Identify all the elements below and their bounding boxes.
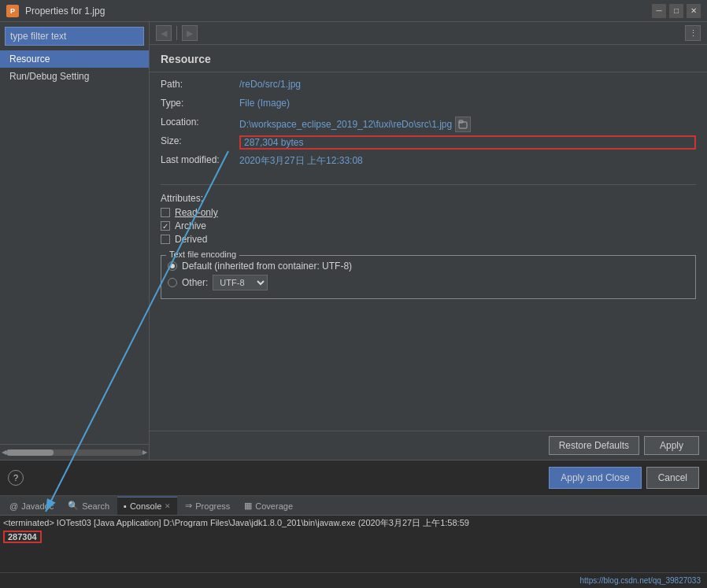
encoding-legend: Text file encoding xyxy=(166,250,239,259)
type-label: Type: xyxy=(161,98,239,109)
console-content: <terminated> IOTest03 [Java Application]… xyxy=(0,516,707,572)
archive-label: Archive xyxy=(175,220,206,231)
encoding-dropdown: UTF-8 UTF-16 ISO-8859-1 xyxy=(213,275,268,290)
derived-label: Derived xyxy=(175,234,207,245)
attributes-label: Attributes: xyxy=(161,193,696,204)
scroll-track[interactable] xyxy=(6,449,143,456)
readonly-row: Read-only xyxy=(161,207,696,218)
other-encoding-label: Other: xyxy=(182,277,208,288)
encoding-section: Text file encoding Default (inherited fr… xyxy=(161,255,696,299)
minimize-button[interactable]: ─ xyxy=(652,4,666,18)
maximize-button[interactable]: □ xyxy=(669,4,683,18)
derived-checkbox[interactable] xyxy=(161,235,170,244)
other-encoding-radio[interactable] xyxy=(168,278,177,287)
help-button[interactable]: ? xyxy=(8,470,24,486)
default-encoding-radio[interactable] xyxy=(168,261,177,271)
console-tab-close[interactable]: ✕ xyxy=(165,502,171,510)
cancel-button[interactable]: Cancel xyxy=(646,467,699,489)
console-output-value-wrap: 287304 xyxy=(3,529,704,543)
other-encoding-row: Other: UTF-8 UTF-16 ISO-8859-1 xyxy=(168,275,689,290)
size-row: Size: 287,304 bytes xyxy=(161,135,696,151)
location-row: Location: D:\workspace_eclipse_2019_12\f… xyxy=(161,116,696,132)
path-value: /reDo/src/1.jpg xyxy=(239,79,696,90)
search-icon: 🔍 xyxy=(68,501,79,511)
console-output-value: 287304 xyxy=(3,531,42,543)
lastmodified-row: Last modified: 2020年3月27日 上午12:33:08 xyxy=(161,154,696,170)
derived-row: Derived xyxy=(161,234,696,245)
javadoc-icon: @ xyxy=(9,501,18,511)
console-url-bar: https://blog.csdn.net/qq_39827033 xyxy=(0,572,707,588)
window-title: Properties for 1.jpg xyxy=(25,6,652,17)
scroll-thumb xyxy=(6,449,54,456)
sidebar-scrollbar: ◀ ▶ xyxy=(0,444,149,460)
close-button[interactable]: ✕ xyxy=(687,4,701,18)
location-browse-button[interactable] xyxy=(455,116,471,132)
console-icon: ▪ xyxy=(124,501,127,511)
forward-button[interactable]: ▶ xyxy=(182,25,198,41)
location-label: Location: xyxy=(161,116,239,128)
tab-console[interactable]: ▪ Console ✕ xyxy=(117,497,177,515)
coverage-icon: ▦ xyxy=(244,501,252,511)
archive-row: ✓ Archive xyxy=(161,220,696,231)
resource-heading: Resource xyxy=(150,45,707,72)
readonly-checkbox[interactable] xyxy=(161,208,170,217)
tab-progress[interactable]: ⇒ Progress xyxy=(179,497,236,515)
dialog-actions: Restore Defaults Apply xyxy=(150,431,707,460)
divider xyxy=(161,184,696,185)
default-encoding-label: Default (inherited from container: UTF-8… xyxy=(182,261,352,272)
window-controls: ─ □ ✕ xyxy=(652,4,701,18)
main-wrapper: P Properties for 1.jpg ─ □ ✕ Resource Ru… xyxy=(0,0,707,588)
location-value: D:\workspace_eclipse_2019_12\fuxi\reDo\s… xyxy=(239,119,452,130)
console-tabs: @ Javadoc 🔍 Search ▪ Console ✕ ⇒ Progres… xyxy=(0,497,707,516)
menu-button[interactable]: ⋮ xyxy=(685,25,701,41)
location-value-group: D:\workspace_eclipse_2019_12\fuxi\reDo\s… xyxy=(239,116,471,132)
apply-and-close-button[interactable]: Apply and Close xyxy=(549,467,641,489)
attributes-section: Attributes: Read-only ✓ Archive Derived xyxy=(150,190,707,250)
filter-input-wrap xyxy=(0,22,149,50)
encoding-select[interactable]: UTF-8 UTF-16 ISO-8859-1 xyxy=(213,275,268,290)
title-bar: P Properties for 1.jpg ─ □ ✕ xyxy=(0,0,707,22)
sidebar-scroll-area: Resource Run/Debug Setting xyxy=(0,50,149,444)
back-button[interactable]: ◀ xyxy=(156,25,172,41)
size-value: 287,304 bytes xyxy=(239,135,696,150)
progress-icon: ⇒ xyxy=(185,501,192,511)
archive-checkbox[interactable]: ✓ xyxy=(161,221,170,231)
bottom-right-buttons: Apply and Close Cancel xyxy=(549,467,699,489)
default-encoding-row: Default (inherited from container: UTF-8… xyxy=(168,261,689,272)
sidebar-item-rundebug[interactable]: Run/Debug Setting xyxy=(0,68,149,85)
sidebar-item-resource[interactable]: Resource xyxy=(0,50,149,68)
console-area: @ Javadoc 🔍 Search ▪ Console ✕ ⇒ Progres… xyxy=(0,495,707,588)
bottom-buttons-row: ? Apply and Close Cancel xyxy=(0,460,707,495)
browse-icon xyxy=(458,120,468,129)
properties-table: Path: /reDo/src/1.jpg Type: File (Image)… xyxy=(150,72,707,179)
type-row: Type: File (Image) xyxy=(161,98,696,113)
type-value: File (Image) xyxy=(239,98,696,109)
path-label: Path: xyxy=(161,79,239,90)
readonly-label: Read-only xyxy=(175,207,218,218)
apply-button[interactable]: Apply xyxy=(644,436,699,455)
path-row: Path: /reDo/src/1.jpg xyxy=(161,79,696,94)
scroll-right-icon[interactable]: ▶ xyxy=(143,449,147,456)
restore-defaults-button[interactable]: Restore Defaults xyxy=(549,436,639,455)
sidebar: Resource Run/Debug Setting ◀ ▶ xyxy=(0,22,150,460)
console-terminated-line: <terminated> IOTest03 [Java Application]… xyxy=(3,517,704,529)
tab-coverage[interactable]: ▦ Coverage xyxy=(238,497,299,515)
tab-search[interactable]: 🔍 Search xyxy=(61,497,116,515)
app-icon: P xyxy=(6,5,19,17)
toolbar-separator xyxy=(176,26,177,40)
console-url-text: https://blog.csdn.net/qq_39827033 xyxy=(580,576,701,585)
tab-javadoc[interactable]: @ Javadoc xyxy=(3,497,60,515)
lastmodified-value: 2020年3月27日 上午12:33:08 xyxy=(239,154,696,168)
size-label: Size: xyxy=(161,135,239,146)
content-toolbar: ◀ ▶ ⋮ xyxy=(150,22,707,45)
content-area: ◀ ▶ ⋮ Resource Path: /reDo/src/1.jpg Typ… xyxy=(150,22,707,460)
filter-input[interactable] xyxy=(5,27,144,46)
dialog-body: Resource Run/Debug Setting ◀ ▶ ◀ ▶ xyxy=(0,22,707,460)
lastmodified-label: Last modified: xyxy=(161,154,239,165)
